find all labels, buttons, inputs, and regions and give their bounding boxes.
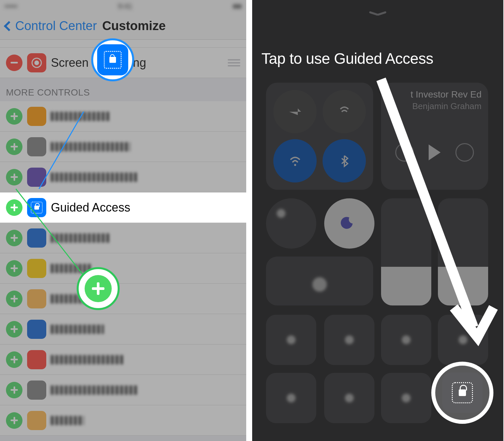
more-row-11[interactable] [0, 405, 246, 436]
volume-slider[interactable] [438, 198, 488, 305]
cc-extra-button-3[interactable] [381, 373, 431, 423]
add-button[interactable] [6, 382, 22, 398]
row-label-blurred [51, 416, 84, 425]
nav-back-label[interactable]: Control Center [15, 19, 97, 33]
drag-handle-icon[interactable] [228, 59, 240, 66]
callout-guided-access-icon [91, 38, 134, 81]
screen-recording-icon [27, 53, 46, 72]
status-carrier: ••••• [5, 2, 18, 11]
wifi-toggle[interactable] [273, 139, 317, 182]
app-icon [27, 107, 46, 126]
guided-access-icon [452, 382, 473, 403]
app-icon [27, 381, 46, 400]
lock-icon [459, 389, 466, 396]
remove-button[interactable] [6, 55, 22, 71]
media-subtitle: Benjamin Graham [388, 101, 482, 111]
add-button[interactable] [6, 108, 22, 125]
app-icon [27, 168, 46, 187]
more-row-3[interactable] [0, 162, 246, 192]
more-row-guided-access[interactable]: Guided Access [0, 192, 246, 223]
lock-icon [109, 57, 116, 63]
app-icon [27, 259, 46, 278]
add-button[interactable] [6, 412, 22, 429]
more-row-9[interactable] [0, 344, 246, 375]
plus-icon [85, 275, 112, 302]
skip-back-icon[interactable] [395, 143, 414, 162]
more-row-7[interactable] [0, 284, 246, 314]
settings-screenshot: ••••• 9:41 ■■ Control Center Customize S… [0, 0, 246, 441]
airplane-mode-toggle[interactable] [273, 90, 317, 133]
brightness-slider[interactable] [381, 198, 431, 305]
control-center-screenshot: t Investor Rev Ed Benjamin Graham [252, 0, 503, 441]
app-icon [27, 320, 46, 339]
more-row-5[interactable] [0, 223, 246, 253]
guided-access-button[interactable] [442, 373, 483, 413]
add-button[interactable] [6, 351, 22, 368]
more-row-2[interactable] [0, 132, 246, 162]
row-label-blurred [51, 233, 110, 243]
add-button[interactable] [6, 260, 22, 277]
orientation-lock-toggle[interactable] [266, 198, 316, 249]
add-button[interactable] [6, 230, 22, 246]
lock-icon [34, 206, 39, 210]
timer-button[interactable] [324, 315, 374, 365]
nav-title: Customize [102, 19, 166, 33]
grabber-icon[interactable] [369, 14, 387, 18]
bluetooth-toggle[interactable] [323, 139, 366, 182]
row-label: Guided Access [51, 201, 130, 215]
instruction-headline: Tap to use Guided Access [261, 50, 494, 67]
add-button[interactable] [6, 291, 22, 307]
app-icon [27, 289, 46, 308]
callout-ring [431, 362, 493, 424]
more-row-10[interactable] [0, 375, 246, 405]
camera-button[interactable] [438, 315, 488, 365]
play-icon[interactable] [429, 144, 441, 160]
status-battery: ■■ [233, 2, 242, 11]
app-icon [27, 228, 46, 248]
add-button[interactable] [6, 321, 22, 338]
status-bar: ••••• 9:41 ■■ [0, 0, 246, 13]
flashlight-button[interactable] [266, 315, 316, 365]
app-icon [27, 350, 46, 369]
more-row-1[interactable] [0, 101, 246, 132]
screen-mirroring-button[interactable] [266, 257, 373, 305]
add-button[interactable] [6, 169, 22, 185]
skip-forward-icon[interactable] [455, 143, 474, 162]
cc-extra-button-1[interactable] [266, 373, 316, 423]
cellular-toggle[interactable] [323, 90, 366, 133]
add-button[interactable] [6, 199, 22, 216]
do-not-disturb-toggle[interactable] [324, 198, 374, 249]
row-label-blurred [51, 355, 124, 364]
status-time: 9:41 [118, 2, 132, 11]
row-label-blurred [51, 385, 137, 395]
more-row-8[interactable] [0, 314, 246, 344]
calculator-button[interactable] [381, 315, 431, 365]
row-label-blurred [51, 173, 137, 182]
nav-bar: Control Center Customize [0, 13, 246, 40]
more-row-6[interactable] [0, 253, 246, 284]
callout-add-button [77, 267, 120, 310]
media-title: t Investor Rev Ed [388, 89, 482, 100]
cc-extra-button-2[interactable] [324, 373, 374, 423]
row-label-blurred [51, 325, 104, 334]
guided-access-icon [97, 44, 128, 75]
app-icon [27, 137, 46, 156]
app-icon [27, 411, 46, 430]
section-header-more-controls: MORE CONTROLS [0, 78, 246, 101]
add-button[interactable] [6, 139, 22, 155]
svg-point-1 [34, 60, 39, 65]
media-card[interactable]: t Investor Rev Ed Benjamin Graham [381, 83, 488, 190]
svg-point-2 [294, 164, 296, 166]
chevron-left-icon[interactable] [4, 21, 14, 31]
connectivity-card[interactable] [266, 83, 373, 190]
